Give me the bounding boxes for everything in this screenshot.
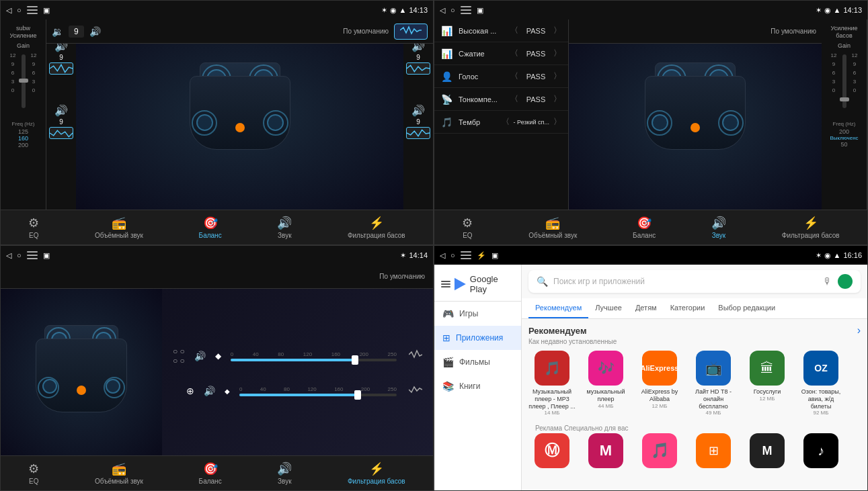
app-card-music-player2[interactable]: 🎶 музыкальный плеер 44 МБ — [582, 351, 629, 416]
record-icon-q2[interactable]: ▣ — [477, 6, 483, 15]
nav-sound-q3[interactable]: 🔊 Звук — [277, 461, 292, 485]
tab-kids[interactable]: Детям — [629, 298, 664, 318]
ads-card-metro[interactable]: Ⓜ — [528, 433, 576, 468]
filter-voice-q2[interactable]: 👤 Голос 〈 PASS 〉 — [434, 65, 568, 88]
tab-top[interactable]: Лучшее — [588, 298, 629, 318]
app-card-music-player[interactable]: 🎵 Музыкальный плеер - MP3 плеер , Плеер … — [528, 351, 576, 416]
filter-high-q2[interactable]: 📊 Высокая ... 〈 PASS 〉 — [434, 19, 568, 42]
h-slider-q3-2: 0 40 80 120 160 200 250 — [239, 386, 397, 396]
quadrant-top-right: ◁ ○ ▣ ✶ ◉ ▲ 14:13 📊 Высокая ... 〈 PASS 〉 — [434, 0, 868, 245]
nav-eq-q1[interactable]: ⚙ EQ — [28, 216, 39, 239]
filter-arrow-right-high[interactable]: 〉 — [553, 25, 561, 36]
games-icon: 🎮 — [442, 308, 454, 319]
recommended-arrow[interactable]: › — [857, 324, 861, 337]
tab-editors[interactable]: Выбор редакции — [711, 298, 782, 318]
nav-bass-q2[interactable]: ⚡ Фильтрация басов — [782, 216, 840, 239]
gain-title-q1: subw Усиление — [3, 25, 43, 40]
filter-arrow-left-high[interactable]: 〈 — [510, 25, 518, 36]
tab-recommended[interactable]: Рекомендуем — [528, 298, 588, 318]
filter-icon-timbre: 🎵 — [441, 117, 455, 128]
home-icon-q3[interactable]: ○ — [17, 251, 22, 259]
waveform-q1-tr[interactable] — [406, 62, 430, 75]
ads-card-app5[interactable]: M — [744, 433, 791, 468]
back-icon-q4[interactable]: ◁ — [440, 251, 445, 260]
gain-slider-q1[interactable] — [22, 54, 26, 108]
menu-icon-q4[interactable] — [461, 251, 471, 259]
nav-balance-q3[interactable]: 🎯 Баланс — [199, 461, 222, 485]
app-card-lite[interactable]: 📺 Лайт HD T8 - онлайн бесплатно 49 МБ — [690, 351, 737, 416]
gain-slider-q2[interactable] — [842, 54, 846, 108]
home-icon-q4[interactable]: ○ — [450, 251, 455, 259]
waveform-btn-q1[interactable] — [394, 24, 428, 40]
waveform-q1-br[interactable] — [406, 127, 430, 139]
menu-icon-q2[interactable] — [461, 6, 471, 14]
ads-card-music[interactable]: 🎵 — [636, 433, 683, 468]
menu-icon-q1[interactable] — [27, 6, 38, 14]
app-card-gosuslugi[interactable]: 🏛 Госуслуги 12 МБ — [744, 351, 791, 416]
ads-card-m2[interactable]: М — [582, 433, 629, 468]
books-icon: 📚 — [442, 381, 454, 392]
screenshot-icon-q1[interactable]: ▣ — [43, 6, 50, 15]
nav-surround-q2[interactable]: 📻 Объёмный звук — [528, 216, 577, 239]
back-icon-q1[interactable]: ◁ — [6, 6, 11, 15]
filter-arrow-right-compress[interactable]: 〉 — [553, 48, 561, 59]
gplay-logo-row: Google Play — [434, 270, 521, 302]
knob-icon-q3-1: ◆ — [215, 351, 221, 361]
nav-sound-q2[interactable]: 🔊 Звук — [711, 216, 726, 239]
q2-main-content: 📊 Высокая ... 〈 PASS 〉 📊 Сжатие 〈 PASS 〉… — [434, 19, 867, 210]
gplay-nav-books[interactable]: 📚 Книги — [434, 374, 521, 398]
search-icon-gplay: 🔍 — [537, 276, 548, 287]
home-icon-q1[interactable]: ○ — [17, 6, 22, 14]
nav-eq-q2[interactable]: ⚙ EQ — [462, 216, 473, 239]
filter-arrow-right-voice[interactable]: 〉 — [553, 71, 561, 82]
ads-card-tiktok[interactable]: ♪ — [797, 433, 844, 468]
app-card-ozon[interactable]: OZ Озон: товары, авиа, ж/д билеты 92 МБ — [797, 351, 844, 416]
account-avatar-gplay[interactable] — [838, 274, 853, 289]
time-q4: 16:16 — [843, 251, 862, 259]
mic-icon-gplay[interactable]: 🎙 — [823, 276, 832, 287]
tab-categories[interactable]: Категории — [664, 298, 712, 318]
search-bar-gplay[interactable]: 🔍 Поиск игр и приложений 🎙 — [528, 270, 861, 293]
nav-balance-q2[interactable]: 🎯 Баланс — [633, 216, 656, 239]
hamburger-icon-gplay[interactable] — [441, 281, 450, 287]
record-icon-q4[interactable]: ▣ — [491, 251, 498, 260]
nav-sound-q1[interactable]: 🔊 Звук — [277, 216, 292, 239]
nav-balance-q1[interactable]: 🎯 Баланс — [199, 216, 222, 239]
back-icon-q3[interactable]: ◁ — [6, 251, 11, 260]
filter-arrow-left-timbre[interactable]: 〈 — [502, 116, 510, 128]
nav-bass-q1[interactable]: ⚡ Фильтрация басов — [348, 216, 405, 239]
filter-arrow-left-tone[interactable]: 〈 — [510, 93, 518, 105]
vol-down-q1[interactable]: 🔉 — [52, 26, 63, 37]
app-card-aliexpress[interactable]: AliExpress AliExpress by Alibaba 12 МБ — [636, 351, 683, 416]
bottom-nav-q2: ⚙ EQ 📻 Объёмный звук 🎯 Баланс 🔊 Звук ⚡ Ф… — [434, 210, 867, 244]
nav-eq-q3[interactable]: ⚙ EQ — [28, 461, 39, 485]
q1-main-content: subw Усиление Gain 12 9 6 3 0 12 9 — [1, 19, 433, 210]
filter-tone-q2[interactable]: 📡 Тонкомпе... 〈 PASS 〉 — [434, 88, 568, 111]
filter-arrow-left-voice[interactable]: 〈 — [510, 71, 518, 82]
sliders-q3: ○ ○○ ○ 🔊 ◆ 0 40 80 120 160 200 250 — [162, 289, 433, 455]
apps-icon: ⊞ — [442, 332, 450, 343]
home-icon-q2[interactable]: ○ — [450, 6, 455, 14]
record-icon-q3[interactable]: ▣ — [43, 251, 50, 260]
filter-compress-q2[interactable]: 📊 Сжатие 〈 PASS 〉 — [434, 42, 568, 65]
filter-arrow-right-tone[interactable]: 〉 — [553, 93, 561, 105]
filter-timbre-q2[interactable]: 🎵 Тембр 〈 - Резкий сп... 〉 — [434, 111, 568, 134]
dot-icon-q3-2: ◆ — [225, 388, 230, 395]
filter-arrow-right-timbre[interactable]: 〉 — [553, 116, 561, 128]
filter-arrow-left-compress[interactable]: 〈 — [510, 48, 518, 59]
nav-bass-q3[interactable]: ⚡ Фильтрация басов — [348, 461, 405, 485]
menu-icon-q3[interactable] — [27, 251, 38, 259]
waveform-q1-tl[interactable] — [49, 62, 73, 75]
nav-surround-q3[interactable]: 📻 Объёмный звук — [95, 461, 143, 485]
gplay-nav-apps[interactable]: ⊞ Приложения — [434, 326, 521, 350]
waveform-q1-bl[interactable] — [49, 127, 73, 139]
back-icon-q2[interactable]: ◁ — [440, 6, 445, 15]
ads-card-app4[interactable]: ⊞ — [690, 433, 737, 468]
nav-surround-q1[interactable]: 📻 Объёмный звук — [95, 216, 143, 239]
vol-up-q1[interactable]: 🔊 — [89, 26, 101, 37]
gplay-nav-movies[interactable]: 🎬 Фильмы — [434, 350, 521, 374]
vol-icon-q3-1: 🔊 — [194, 351, 206, 361]
preset-label-q1: По умолчанию — [343, 28, 389, 35]
gplay-tabs: Рекомендуем Лучшее Детям Категории Выбор… — [522, 298, 867, 319]
gplay-nav-games[interactable]: 🎮 Игры — [434, 302, 521, 326]
